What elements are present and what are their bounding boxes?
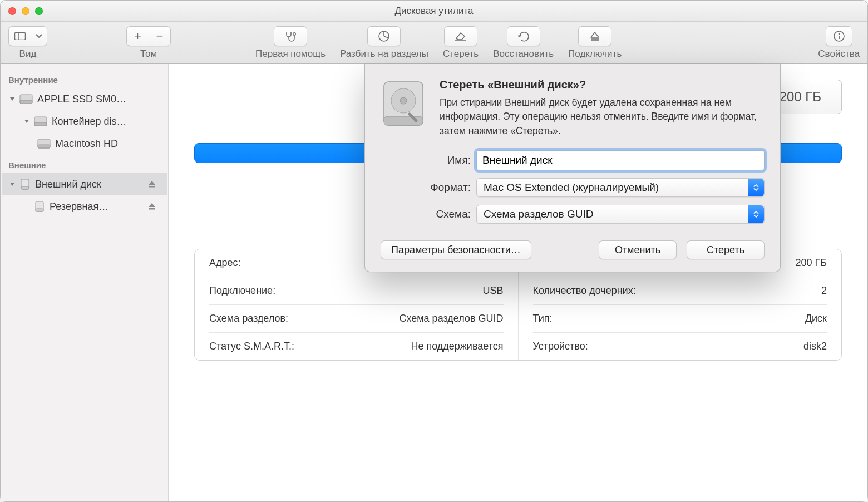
sidebar-item-backup[interactable]: Резервная… <box>2 195 167 218</box>
svg-rect-11 <box>38 145 50 148</box>
svg-rect-17 <box>149 208 155 210</box>
close-window-button[interactable] <box>8 7 16 15</box>
cancel-button[interactable]: Отменить <box>599 240 677 259</box>
info-label: Адрес: <box>209 257 241 269</box>
eject-icon[interactable] <box>148 180 156 188</box>
combo-arrows-icon <box>748 179 764 196</box>
erase-label: Стереть <box>443 48 479 60</box>
sidebar: Внутренние APPLE SSD SM0… Контейнер dis…… <box>1 64 169 501</box>
partition-button[interactable] <box>367 26 401 46</box>
hdd-icon <box>37 139 51 149</box>
sidebar-header-external: Внешние <box>1 155 168 173</box>
svg-rect-7 <box>20 100 32 104</box>
dialog-form: Имя: Формат: Mac OS Extended (журналируе… <box>381 150 765 224</box>
window-title: Дисковая утилита <box>394 6 473 17</box>
dialog-actions: Параметры безопасности… Отменить Стереть <box>381 240 765 259</box>
app-window: Дисковая утилита Вид <box>0 0 868 502</box>
sidebar-item-apple-ssd[interactable]: APPLE SSD SM0… <box>2 88 167 110</box>
info-value: 200 ГБ <box>795 257 827 269</box>
info-label: Схема разделов: <box>209 313 288 324</box>
info-row: Подключение:USB <box>209 277 504 305</box>
sidebar-item-label: Macintosh HD <box>55 138 161 150</box>
info-row: Устройство:disk2 <box>533 333 827 360</box>
scheme-value: Схема разделов GUID <box>484 208 593 220</box>
hdd-icon <box>19 94 33 104</box>
partition-label: Разбить на разделы <box>340 48 428 60</box>
info-label: Количество дочерних: <box>533 285 636 297</box>
plus-icon: + <box>134 30 141 42</box>
sidebar-item-label: Контейнер dis… <box>52 116 161 127</box>
volume-label: Том <box>140 48 157 60</box>
external-disk-icon <box>19 178 31 190</box>
format-combo[interactable]: Mac OS Extended (журналируемый) <box>476 178 765 197</box>
mount-icon <box>589 31 600 42</box>
main-panel: 200 ГБ Адрес:Внешние Подключение:USB Схе… <box>169 64 867 501</box>
combo-arrows-icon <box>748 205 764 223</box>
sidebar-view-button[interactable] <box>8 26 31 46</box>
disclosure-triangle-icon[interactable] <box>24 119 29 124</box>
svg-point-2 <box>293 32 295 35</box>
svg-point-5 <box>838 33 840 35</box>
minimize-window-button[interactable] <box>22 7 29 15</box>
sidebar-item-container[interactable]: Контейнер dis… <box>2 110 167 132</box>
info-label: Устройство: <box>533 341 588 352</box>
minus-icon: − <box>156 30 164 42</box>
first-aid-label: Первая помощь <box>255 48 326 60</box>
info-value: disk2 <box>803 341 827 352</box>
svg-rect-9 <box>34 122 47 126</box>
erase-icon <box>454 31 467 41</box>
name-label: Имя: <box>381 154 471 166</box>
info-row: Схема разделов:Схема разделов GUID <box>209 305 504 333</box>
info-value: 2 <box>821 285 827 297</box>
mount-button[interactable] <box>578 26 611 46</box>
sidebar-icon <box>14 32 26 40</box>
sidebar-item-label: APPLE SSD SM0… <box>37 93 161 105</box>
info-label: Подключение: <box>209 285 275 297</box>
restore-label: Восстановить <box>493 48 554 60</box>
svg-rect-13 <box>21 186 29 189</box>
sidebar-header-internal: Внутренние <box>1 70 168 88</box>
first-aid-button[interactable] <box>274 26 307 46</box>
info-label: Тип: <box>533 313 553 324</box>
info-value: Диск <box>805 313 827 324</box>
format-value: Mac OS Extended (журналируемый) <box>484 181 659 194</box>
info-label: Свойства <box>818 48 860 60</box>
erase-confirm-button[interactable]: Стереть <box>687 240 765 259</box>
sidebar-item-external-disk[interactable]: Внешний диск <box>2 173 167 195</box>
info-row: Тип:Диск <box>533 305 827 333</box>
eject-icon[interactable] <box>148 203 156 210</box>
add-volume-button[interactable]: + <box>126 26 149 46</box>
scheme-combo[interactable]: Схема разделов GUID <box>476 205 765 224</box>
disclosure-triangle-icon[interactable] <box>9 181 15 187</box>
body: Внутренние APPLE SSD SM0… Контейнер dis…… <box>1 64 867 501</box>
svg-rect-0 <box>14 32 25 40</box>
name-input[interactable] <box>476 150 765 170</box>
zoom-window-button[interactable] <box>35 7 43 15</box>
restore-button[interactable] <box>507 26 540 46</box>
security-options-button[interactable]: Параметры безопасности… <box>381 240 531 259</box>
svg-point-20 <box>400 97 407 104</box>
hdd-icon <box>34 116 47 126</box>
dialog-title: Стереть «Внешний диск»? <box>440 78 765 91</box>
remove-volume-button[interactable]: − <box>149 26 171 46</box>
sidebar-item-label: Внешний диск <box>35 179 144 190</box>
chevron-down-icon <box>36 34 42 38</box>
hdd-large-icon <box>381 78 426 129</box>
info-button[interactable] <box>826 26 852 46</box>
disclosure-triangle-icon[interactable] <box>9 96 15 102</box>
dialog-description: При стирании Внешний диск будет удалена … <box>440 96 765 138</box>
svg-rect-16 <box>36 209 43 211</box>
pie-icon <box>378 30 390 42</box>
view-menu-button[interactable] <box>31 26 47 46</box>
titlebar: Дисковая утилита <box>1 1 867 22</box>
toolbar: Вид + − Том Первая помощь <box>1 22 867 64</box>
sidebar-item-label: Резервная… <box>50 201 144 213</box>
stethoscope-icon <box>284 31 297 42</box>
sidebar-item-macintosh-hd[interactable]: Macintosh HD <box>2 132 167 155</box>
info-value: Не поддерживается <box>411 341 503 352</box>
view-label: Вид <box>19 48 37 60</box>
scheme-label: Схема: <box>381 208 471 220</box>
info-value: USB <box>482 285 503 297</box>
info-label: Статус S.M.A.R.T.: <box>209 341 294 352</box>
erase-button[interactable] <box>444 26 477 46</box>
